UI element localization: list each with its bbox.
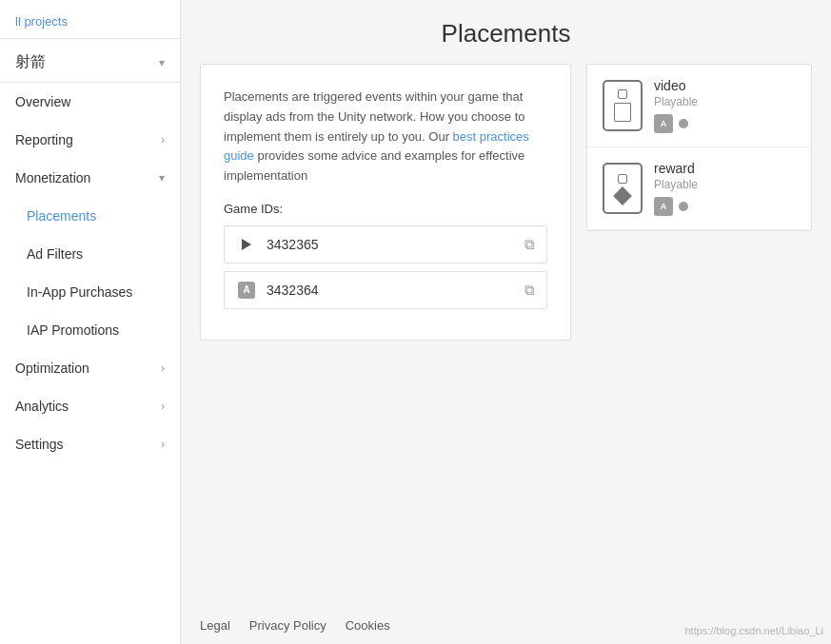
- chevron-right-icon: ›: [161, 400, 165, 413]
- phone-icon-video: [603, 80, 643, 131]
- placement-item-video[interactable]: video Playable A: [587, 65, 811, 147]
- sidebar-nav: Overview Reporting › Monetization ▾ Plac…: [0, 83, 180, 644]
- sidebar-item-label: Ad Filters: [27, 246, 83, 262]
- badge-a-icon: A: [236, 280, 257, 301]
- sidebar-item-placements[interactable]: Placements: [0, 197, 180, 235]
- sidebar-item-label: Placements: [27, 208, 96, 224]
- sidebar-item-label: Overview: [15, 94, 70, 109]
- legal-link[interactable]: Legal: [200, 618, 230, 633]
- status-dot-reward: [679, 202, 688, 211]
- badge-a-reward: A: [654, 197, 673, 216]
- sidebar-item-settings[interactable]: Settings ›: [0, 425, 180, 463]
- game-id-value-2: 3432364: [267, 283, 524, 298]
- chevron-right-icon: ›: [161, 438, 165, 451]
- sidebar-item-optimization[interactable]: Optimization ›: [0, 349, 180, 387]
- info-text-2: provides some advice and examples for ef…: [224, 148, 524, 183]
- placement-type-reward: Playable: [654, 178, 796, 191]
- sidebar-item-analytics[interactable]: Analytics ›: [0, 387, 180, 425]
- play-icon: [236, 234, 257, 255]
- sidebar-item-ad-filters[interactable]: Ad Filters: [0, 235, 180, 273]
- placement-info-video: video Playable A: [654, 78, 796, 133]
- sidebar-item-label: Optimization: [15, 361, 89, 376]
- watermark: https://blog.csdn.net/Libiao_Li: [684, 625, 823, 636]
- sidebar-item-label: Reporting: [15, 132, 73, 147]
- copy-icon-1[interactable]: ⧉: [524, 236, 535, 253]
- chevron-down-icon: ▾: [159, 56, 165, 69]
- placement-badges-reward: A: [654, 197, 796, 216]
- game-id-row-1: 3432365 ⧉: [224, 225, 547, 263]
- sidebar-item-overview[interactable]: Overview: [0, 83, 180, 121]
- placement-info-reward: reward Playable A: [654, 161, 796, 216]
- sidebar-item-label: IAP Promotions: [27, 322, 119, 338]
- sidebar-item-label: Settings: [15, 437, 64, 452]
- sidebar-item-iap-promotions[interactable]: IAP Promotions: [0, 311, 180, 349]
- placement-badges-video: A: [654, 114, 796, 133]
- game-id-value-1: 3432365: [267, 237, 524, 252]
- chevron-down-icon: ▾: [159, 171, 165, 185]
- project-selector[interactable]: 射箭 ▾: [0, 39, 180, 83]
- project-name: 射箭: [15, 52, 46, 72]
- privacy-policy-link[interactable]: Privacy Policy: [249, 618, 326, 633]
- page-title: Placements: [209, 19, 802, 49]
- placement-name-video: video: [654, 78, 796, 93]
- main-content: Placements Placements are triggered even…: [181, 0, 831, 644]
- phone-icon-reward: [603, 163, 643, 214]
- sidebar-item-in-app-purchases[interactable]: In-App Purchases: [0, 273, 180, 311]
- placements-info-panel: Placements are triggered events within y…: [200, 64, 571, 341]
- sidebar-item-reporting[interactable]: Reporting ›: [0, 121, 180, 159]
- copy-icon-2[interactable]: ⧉: [524, 282, 535, 299]
- sidebar-item-label: In-App Purchases: [27, 284, 132, 300]
- all-projects-link[interactable]: ll projects: [15, 14, 68, 29]
- sidebar-top: ll projects: [0, 0, 180, 39]
- sidebar-item-monetization[interactable]: Monetization ▾: [0, 159, 180, 197]
- chevron-right-icon: ›: [161, 133, 165, 146]
- game-ids-label: Game IDs:: [224, 202, 547, 216]
- sidebar: ll projects 射箭 ▾ Overview Reporting › Mo…: [0, 0, 181, 644]
- placement-item-reward[interactable]: reward Playable A: [587, 147, 811, 230]
- placement-name-reward: reward: [654, 161, 796, 176]
- status-dot-video: [679, 119, 688, 128]
- game-id-row-2: A 3432364 ⧉: [224, 271, 547, 309]
- page-header: Placements: [181, 0, 831, 64]
- chevron-right-icon: ›: [161, 361, 165, 375]
- placement-type-video: Playable: [654, 95, 796, 108]
- sidebar-item-label: Analytics: [15, 399, 69, 414]
- placements-list-panel: video Playable A reward Playable: [586, 64, 812, 231]
- info-text: Placements are triggered events within y…: [224, 88, 547, 186]
- badge-a-video: A: [654, 114, 673, 133]
- cookies-link[interactable]: Cookies: [346, 618, 390, 633]
- sidebar-item-label: Monetization: [15, 170, 90, 185]
- content-area: Placements are triggered events within y…: [181, 64, 831, 607]
